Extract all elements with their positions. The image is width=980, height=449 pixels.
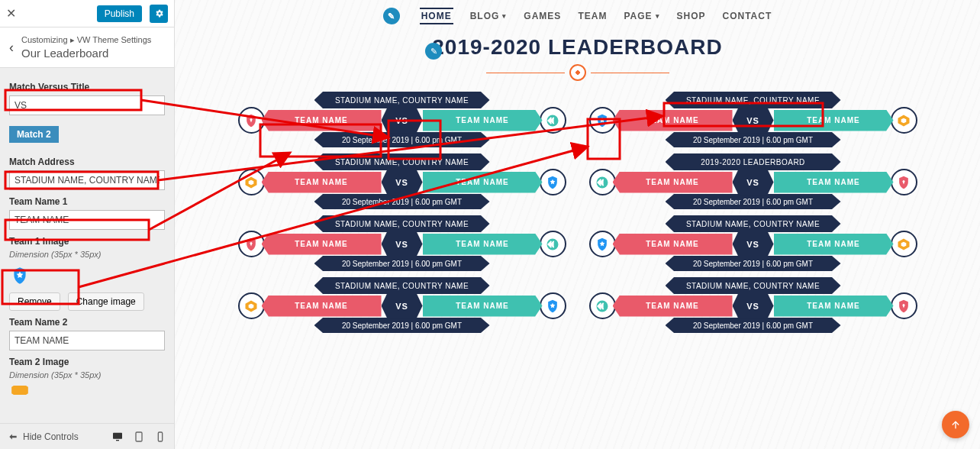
team-badge-left: [589, 169, 616, 195]
date-ribbon: 20 September 2019 | 6.00 pm GMT: [238, 132, 566, 147]
nav-page[interactable]: Page▾: [624, 8, 659, 24]
desktop-view-icon[interactable]: [111, 431, 124, 443]
svg-rect-4: [158, 432, 162, 441]
preview-panel: ✎ Home Blog▾ Games Team Page▾ Shop Conta…: [175, 0, 980, 449]
stadium-ribbon: STADIUM NAME, COUNTRY NAME: [589, 277, 917, 294]
sidebar-bottom-bar: Hide Controls: [0, 423, 174, 449]
stadium-ribbon: STADIUM NAME, COUNTRY NAME: [238, 153, 566, 170]
team-name-left: TEAM NAME: [613, 110, 733, 131]
match-card: STADIUM NAME, COUNTRY NAME TEAM NAME VS …: [238, 215, 566, 271]
team-badge-right: [891, 231, 917, 257]
nav-home[interactable]: Home: [420, 8, 453, 24]
match-card: STADIUM NAME, COUNTRY NAME TEAM NAME VS …: [238, 277, 566, 333]
form-area: Match Versus Title Match 2 Match Address…: [0, 68, 174, 423]
input-team1[interactable]: [9, 210, 165, 230]
leaderboard-title: 2019-2020 LEADERBOARD: [175, 35, 980, 60]
publish-button[interactable]: Publish: [97, 5, 142, 22]
hide-controls-label: Hide Controls: [23, 431, 79, 442]
collapse-icon: [8, 431, 18, 442]
match-card: 2019-2020 LEADERBOARD TEAM NAME VS TEAM …: [589, 153, 917, 209]
chevron-up-icon: [949, 418, 962, 431]
date-ribbon: 20 September 2019 | 6.00 pm GMT: [589, 256, 917, 271]
chevron-down-icon: ▾: [502, 12, 507, 20]
team-badge-left: [589, 107, 616, 134]
date-ribbon: 20 September 2019 | 6.00 pm GMT: [589, 132, 917, 147]
vs-pill: VS: [382, 108, 423, 134]
team-badge-right: [540, 107, 566, 134]
team-badge-left: [238, 107, 265, 134]
team-name-right: TEAM NAME: [774, 296, 894, 317]
team-badge-left: [589, 292, 616, 319]
match-card: STADIUM NAME, COUNTRY NAME TEAM NAME VS …: [589, 92, 917, 147]
field-label-team2: Team Name 2: [9, 317, 165, 328]
date-ribbon: 20 September 2019 | 6.00 pm GMT: [589, 318, 917, 333]
gear-icon: [154, 8, 164, 18]
change-image-button[interactable]: Change image: [68, 292, 144, 311]
match-card: STADIUM NAME, COUNTRY NAME TEAM NAME VS …: [238, 92, 566, 147]
team-badge-right: [540, 169, 566, 195]
team1-image-thumb[interactable]: [9, 265, 31, 286]
team-badge-right: [891, 107, 917, 134]
back-arrow-icon[interactable]: ‹: [9, 35, 14, 56]
site-nav: ✎ Home Blog▾ Games Team Page▾ Shop Conta…: [175, 0, 980, 29]
team-name-right: TEAM NAME: [423, 296, 543, 317]
edit-shortcut-icon[interactable]: ✎: [383, 8, 400, 24]
team-name-right: TEAM NAME: [774, 234, 894, 255]
team-name-left: TEAM NAME: [613, 234, 733, 255]
hide-controls-button[interactable]: Hide Controls: [8, 431, 79, 442]
team-name-left: TEAM NAME: [262, 172, 382, 193]
team-name-right: TEAM NAME: [423, 110, 543, 131]
date-ribbon: 20 September 2019 | 6.00 pm GMT: [238, 318, 566, 333]
field-label-img2: Team 2 Image: [9, 357, 165, 367]
chevron-down-icon: ▾: [656, 12, 660, 20]
stadium-ribbon: STADIUM NAME, COUNTRY NAME: [589, 92, 917, 108]
svg-rect-3: [136, 432, 142, 441]
team-name-left: TEAM NAME: [262, 296, 382, 317]
remove-image-button[interactable]: Remove: [9, 292, 60, 311]
vs-pill: VS: [382, 170, 423, 195]
vs-pill: VS: [382, 231, 423, 257]
edit-shortcut-icon[interactable]: ✎: [425, 43, 442, 60]
field-label-versus: Match Versus Title: [9, 82, 165, 92]
nav-contact[interactable]: Contact: [723, 8, 772, 24]
team-badge-left: [238, 169, 265, 195]
team-badge-right: [891, 292, 917, 319]
img2-dimension: Dimension (35px * 35px): [9, 370, 165, 380]
nav-shop[interactable]: Shop: [677, 8, 706, 24]
nav-games[interactable]: Games: [524, 8, 561, 24]
vs-pill: VS: [382, 293, 423, 319]
team-name-left: TEAM NAME: [613, 172, 733, 193]
tablet-view-icon[interactable]: [133, 431, 145, 443]
breadcrumb-row: ‹ Customizing ▸ VW Theme Settings Our Le…: [0, 27, 174, 68]
customizer-sidebar: ✕ Publish ‹ Customizing ▸ VW Theme Setti…: [0, 0, 175, 449]
input-versus[interactable]: [9, 95, 165, 115]
nav-blog[interactable]: Blog▾: [470, 8, 508, 24]
svg-rect-2: [116, 440, 119, 441]
team-name-right: TEAM NAME: [774, 172, 894, 193]
scroll-to-top-button[interactable]: [942, 411, 969, 438]
team-name-left: TEAM NAME: [613, 296, 733, 317]
team-badge-right: [540, 292, 566, 319]
close-icon[interactable]: ✕: [6, 6, 16, 21]
input-team2[interactable]: [9, 331, 165, 350]
vs-pill: VS: [733, 170, 774, 195]
settings-gear-button[interactable]: [150, 5, 168, 23]
team-badge-left: [238, 292, 265, 319]
match-card: STADIUM NAME, COUNTRY NAME TEAM NAME VS …: [589, 215, 917, 271]
vs-pill: VS: [733, 293, 774, 319]
team-name-right: TEAM NAME: [774, 110, 894, 131]
img1-dimension: Dimension (35px * 35px): [9, 250, 165, 259]
stadium-ribbon: STADIUM NAME, COUNTRY NAME: [238, 277, 566, 294]
input-address[interactable]: [9, 170, 165, 190]
breadcrumb: Customizing ▸ VW Theme Settings: [21, 35, 151, 45]
nav-team[interactable]: Team: [578, 8, 607, 24]
vs-pill: VS: [733, 231, 774, 257]
team-name-left: TEAM NAME: [262, 110, 382, 131]
date-ribbon: 20 September 2019 | 6.00 pm GMT: [589, 194, 917, 209]
mobile-view-icon[interactable]: [154, 431, 166, 443]
match-card: STADIUM NAME, COUNTRY NAME TEAM NAME VS …: [238, 153, 566, 209]
team2-image-thumb[interactable]: [9, 386, 31, 395]
stadium-ribbon: STADIUM NAME, COUNTRY NAME: [589, 215, 917, 232]
date-ribbon: 20 September 2019 | 6.00 pm GMT: [238, 194, 566, 209]
match-2-button[interactable]: Match 2: [9, 126, 59, 143]
